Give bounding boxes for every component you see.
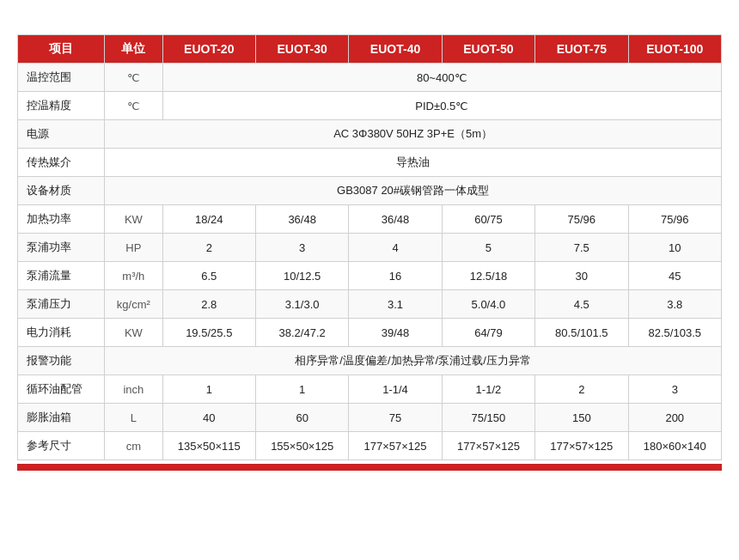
value-cell: 3.8 xyxy=(628,290,721,319)
header-cell: EUOT-100 xyxy=(628,35,721,64)
row-label: 传热媒介 xyxy=(18,149,105,177)
value-cell: 45 xyxy=(628,262,721,290)
value-cell: 150 xyxy=(535,404,628,432)
value-cell: 180×60×140 xyxy=(628,432,721,460)
value-cell: 4.5 xyxy=(535,290,628,319)
span-cell: GB3087 20#碳钢管路一体成型 xyxy=(105,177,722,205)
row-label: 加热功率 xyxy=(18,205,105,234)
value-cell: 3.1 xyxy=(349,290,442,319)
row-label: 电源 xyxy=(18,120,105,149)
value-cell: 135×50×115 xyxy=(162,432,255,460)
value-cell: 80.5/101.5 xyxy=(535,319,628,347)
unit-cell: KW xyxy=(105,205,162,234)
value-cell: 5.0/4.0 xyxy=(442,290,534,319)
unit-cell: HP xyxy=(105,234,162,262)
value-cell: 10/12.5 xyxy=(255,262,348,290)
row-label: 循环油配管 xyxy=(18,375,105,404)
value-cell: 2.8 xyxy=(162,290,255,319)
value-cell: 36/48 xyxy=(255,205,348,234)
value-cell: 1-1/4 xyxy=(349,375,442,404)
value-cell: 1 xyxy=(255,375,348,404)
row-label: 控温精度 xyxy=(18,92,105,120)
table-row: 控温精度℃PID±0.5℃ xyxy=(18,92,722,120)
table-body: 温控范围℃80~400℃控温精度℃PID±0.5℃电源AC 3Φ380V 50H… xyxy=(18,64,722,460)
table-row: 循环油配管inch111-1/41-1/223 xyxy=(18,375,722,404)
value-cell: 1-1/2 xyxy=(442,375,534,404)
header-cell: 单位 xyxy=(105,35,162,64)
table-row: 电源AC 3Φ380V 50HZ 3P+E（5m） xyxy=(18,120,722,149)
value-cell: 39/48 xyxy=(349,319,442,347)
value-cell: 3 xyxy=(255,234,348,262)
span-cell: 导热油 xyxy=(105,149,722,177)
unit-cell: m³/h xyxy=(105,262,162,290)
row-label: 泵浦流量 xyxy=(18,262,105,290)
header-cell: EUOT-50 xyxy=(442,35,534,64)
value-cell: 16 xyxy=(349,262,442,290)
value-cell: 40 xyxy=(162,404,255,432)
row-label: 参考尺寸 xyxy=(18,432,105,460)
span-cell: 相序异常/温度偏差/加热异常/泵浦过载/压力异常 xyxy=(105,347,722,375)
value-cell: 12.5/18 xyxy=(442,262,534,290)
value-cell: 36/48 xyxy=(349,205,442,234)
header-cell: EUOT-20 xyxy=(162,35,255,64)
table-row: 报警功能相序异常/温度偏差/加热异常/泵浦过载/压力异常 xyxy=(18,347,722,375)
value-cell: 177×57×125 xyxy=(535,432,628,460)
value-cell: 4 xyxy=(349,234,442,262)
table-row: 温控范围℃80~400℃ xyxy=(18,64,722,92)
value-cell: 18/24 xyxy=(162,205,255,234)
unit-cell: ℃ xyxy=(105,64,162,92)
value-cell: 75/150 xyxy=(442,404,534,432)
header-cell: EUOT-75 xyxy=(535,35,628,64)
value-cell: 177×57×125 xyxy=(442,432,534,460)
value-cell: 3 xyxy=(628,375,721,404)
value-cell: 200 xyxy=(628,404,721,432)
span-cell: PID±0.5℃ xyxy=(162,92,721,120)
row-label: 泵浦压力 xyxy=(18,290,105,319)
value-cell: 2 xyxy=(162,234,255,262)
value-cell: 3.1/3.0 xyxy=(255,290,348,319)
row-label: 泵浦功率 xyxy=(18,234,105,262)
table-row: 泵浦功率HP23457.510 xyxy=(18,234,722,262)
table-row: 泵浦压力kg/cm²2.83.1/3.03.15.0/4.04.53.8 xyxy=(18,290,722,319)
value-cell: 64/79 xyxy=(442,319,534,347)
unit-cell: kg/cm² xyxy=(105,290,162,319)
value-cell: 10 xyxy=(628,234,721,262)
value-cell: 1 xyxy=(162,375,255,404)
table-row: 加热功率KW18/2436/4836/4860/7575/9675/96 xyxy=(18,205,722,234)
value-cell: 7.5 xyxy=(535,234,628,262)
value-cell: 60/75 xyxy=(442,205,534,234)
value-cell: 75/96 xyxy=(628,205,721,234)
unit-cell: cm xyxy=(105,432,162,460)
value-cell: 19.5/25.5 xyxy=(162,319,255,347)
unit-cell: ℃ xyxy=(105,92,162,120)
bottom-bar xyxy=(17,464,722,471)
header-cell: EUOT-40 xyxy=(349,35,442,64)
value-cell: 60 xyxy=(255,404,348,432)
table-row: 设备材质GB3087 20#碳钢管路一体成型 xyxy=(18,177,722,205)
parameter-table: 项目单位EUOT-20EUOT-30EUOT-40EUOT-50EUOT-75E… xyxy=(17,34,722,460)
unit-cell: L xyxy=(105,404,162,432)
value-cell: 38.2/47.2 xyxy=(255,319,348,347)
value-cell: 82.5/103.5 xyxy=(628,319,721,347)
table-row: 传热媒介导热油 xyxy=(18,149,722,177)
value-cell: 155×50×125 xyxy=(255,432,348,460)
header-cell: EUOT-30 xyxy=(255,35,348,64)
table-header: 项目单位EUOT-20EUOT-30EUOT-40EUOT-50EUOT-75E… xyxy=(18,35,722,64)
table-row: 参考尺寸cm135×50×115155×50×125177×57×125177×… xyxy=(18,432,722,460)
value-cell: 75/96 xyxy=(535,205,628,234)
table-row: 膨胀油箱L40607575/150150200 xyxy=(18,404,722,432)
value-cell: 2 xyxy=(535,375,628,404)
unit-cell: inch xyxy=(105,375,162,404)
value-cell: 75 xyxy=(349,404,442,432)
value-cell: 5 xyxy=(442,234,534,262)
value-cell: 6.5 xyxy=(162,262,255,290)
row-label: 报警功能 xyxy=(18,347,105,375)
table-row: 电力消耗KW19.5/25.538.2/47.239/4864/7980.5/1… xyxy=(18,319,722,347)
row-label: 电力消耗 xyxy=(18,319,105,347)
row-label: 膨胀油箱 xyxy=(18,404,105,432)
value-cell: 177×57×125 xyxy=(349,432,442,460)
table-row: 泵浦流量m³/h6.510/12.51612.5/183045 xyxy=(18,262,722,290)
header-row: 项目单位EUOT-20EUOT-30EUOT-40EUOT-50EUOT-75E… xyxy=(18,35,722,64)
span-cell: 80~400℃ xyxy=(162,64,721,92)
row-label: 温控范围 xyxy=(18,64,105,92)
